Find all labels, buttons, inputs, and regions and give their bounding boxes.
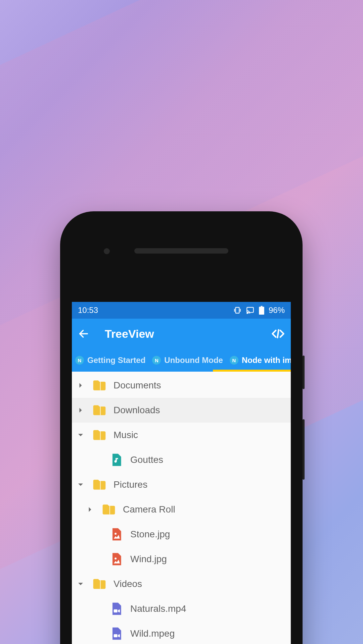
svg-rect-11	[114, 609, 118, 612]
back-button[interactable]	[78, 328, 89, 339]
image-file-icon	[109, 552, 124, 567]
tree-file[interactable]: Naturals.mp4	[72, 596, 291, 621]
battery-percent: 96%	[269, 306, 285, 315]
tree-file[interactable]: Gouttes	[72, 447, 291, 472]
tab-bar: N Getting Started N Unbound Mode N Node …	[72, 349, 291, 372]
tree-item-label: Wind.jpg	[130, 554, 167, 565]
phone-side-button	[303, 356, 305, 389]
tree-item-label: Camera Roll	[123, 504, 175, 515]
tree-item-label: Stone.jpg	[130, 529, 170, 540]
app-bar: TreeView	[72, 319, 291, 349]
chevron-down-icon[interactable]	[74, 478, 87, 491]
phone-camera	[104, 248, 110, 254]
tree-folder[interactable]: Camera Roll	[72, 497, 291, 522]
svg-rect-6	[261, 306, 262, 307]
svg-rect-12	[114, 634, 118, 637]
tab-label: Unbound Mode	[164, 356, 223, 365]
tab-indicator	[213, 370, 291, 372]
tab-node-with-images[interactable]: N Node with images	[226, 349, 291, 372]
tab-label: Getting Started	[87, 356, 145, 365]
chevron-right-icon[interactable]	[83, 503, 97, 516]
page-title: TreeView	[105, 327, 154, 340]
video-file-icon	[109, 626, 124, 641]
status-time: 10:53	[78, 306, 98, 315]
tree-folder[interactable]: Music	[72, 423, 291, 447]
folder-icon	[92, 577, 107, 591]
tree-item-label: Pictures	[114, 479, 147, 490]
folder-icon	[92, 428, 107, 442]
vibrate-icon	[233, 306, 242, 315]
chevron-right-icon[interactable]	[74, 379, 87, 392]
svg-rect-0	[236, 307, 239, 313]
tree-item-label: Gouttes	[130, 454, 163, 465]
tree-folder[interactable]: Videos	[72, 572, 291, 596]
tab-label: Node with images	[242, 356, 291, 365]
svg-point-10	[115, 557, 117, 559]
svg-point-4	[247, 313, 247, 314]
svg-rect-3	[247, 307, 254, 312]
tree-item-label: Downloads	[114, 405, 160, 416]
tab-badge-icon: N	[152, 356, 161, 365]
phone-side-button	[303, 419, 305, 480]
battery-icon	[259, 306, 265, 315]
tree-folder[interactable]: Downloads	[72, 398, 291, 423]
tree-item-label: Music	[114, 430, 138, 440]
status-bar: 10:53 96%	[72, 302, 291, 319]
tab-unbound-mode[interactable]: N Unbound Mode	[149, 349, 226, 372]
folder-icon	[92, 378, 107, 393]
tree-item-label: Videos	[114, 579, 142, 589]
image-file-icon	[109, 527, 124, 542]
tree-folder[interactable]: Documents	[72, 373, 291, 398]
folder-icon	[92, 477, 107, 492]
chevron-down-icon[interactable]	[74, 428, 87, 442]
svg-line-8	[277, 330, 278, 337]
phone-frame: 10:53 96% TreeView	[60, 211, 303, 644]
tab-badge-icon: N	[75, 356, 84, 365]
tab-getting-started[interactable]: N Getting Started	[72, 349, 149, 372]
phone-speaker	[134, 248, 228, 254]
svg-rect-5	[259, 307, 264, 315]
chevron-right-icon[interactable]	[74, 404, 87, 417]
audio-file-icon	[109, 452, 124, 467]
tree-folder[interactable]: Pictures	[72, 472, 291, 497]
tree-file[interactable]: Stone.jpg	[72, 522, 291, 547]
cast-icon	[246, 306, 255, 315]
tab-badge-icon: N	[230, 356, 238, 365]
tree-file[interactable]: Wind.jpg	[72, 547, 291, 572]
code-button[interactable]	[271, 327, 285, 340]
phone-screen: 10:53 96% TreeView	[72, 302, 291, 644]
chevron-down-icon[interactable]	[74, 577, 87, 591]
tree-file[interactable]: Wild.mpeg	[72, 621, 291, 644]
folder-icon	[92, 403, 107, 418]
tree-item-label: Documents	[114, 380, 161, 391]
tree-item-label: Naturals.mp4	[130, 603, 186, 614]
tree-item-label: Wild.mpeg	[130, 628, 175, 639]
tree-view[interactable]: DocumentsDownloadsMusicGouttesPicturesCa…	[72, 372, 291, 644]
svg-point-9	[115, 533, 117, 535]
video-file-icon	[109, 601, 124, 616]
folder-icon	[101, 502, 116, 517]
